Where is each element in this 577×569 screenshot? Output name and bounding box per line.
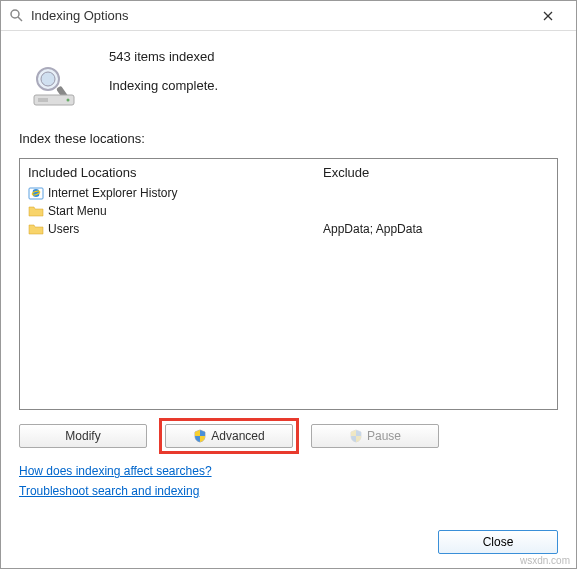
location-label: Internet Explorer History xyxy=(48,186,177,200)
titlebar: Indexing Options xyxy=(1,1,576,31)
svg-point-0 xyxy=(11,10,19,18)
svg-point-5 xyxy=(41,72,55,86)
indexing-complete-label: Indexing complete. xyxy=(109,78,218,93)
svg-point-9 xyxy=(67,99,70,102)
list-item[interactable]: Internet Explorer History xyxy=(28,184,307,202)
troubleshoot-link[interactable]: Troubleshoot search and indexing xyxy=(19,484,558,498)
exclude-column: Exclude AppData; AppData xyxy=(315,159,557,409)
shield-icon xyxy=(349,429,363,443)
ie-icon xyxy=(28,186,44,200)
close-window-button[interactable] xyxy=(528,2,568,30)
indexing-icon xyxy=(9,8,25,24)
items-indexed-label: 543 items indexed xyxy=(109,49,218,64)
modify-button[interactable]: Modify xyxy=(19,424,147,448)
folder-icon xyxy=(28,222,44,236)
list-item[interactable]: Users xyxy=(28,220,307,238)
folder-icon xyxy=(28,204,44,218)
dialog-footer: Close xyxy=(438,530,558,554)
svg-rect-8 xyxy=(38,98,48,102)
status-row: 543 items indexed Indexing complete. xyxy=(19,49,558,109)
button-row: Modify Advanced xyxy=(19,418,558,454)
list-item[interactable]: Start Menu xyxy=(28,202,307,220)
exclude-header: Exclude xyxy=(323,165,549,180)
svg-line-1 xyxy=(18,17,22,21)
shield-icon xyxy=(193,429,207,443)
indexing-options-dialog: Indexing Options 543 items index xyxy=(0,0,577,569)
included-column: Included Locations Internet Explorer His… xyxy=(20,159,315,409)
index-locations-label: Index these locations: xyxy=(19,131,558,146)
included-header: Included Locations xyxy=(28,165,307,180)
close-button[interactable]: Close xyxy=(438,530,558,554)
location-label: Users xyxy=(48,222,79,236)
dialog-content: 543 items indexed Indexing complete. Ind… xyxy=(1,31,576,514)
window-title: Indexing Options xyxy=(31,8,528,23)
how-indexing-affects-link[interactable]: How does indexing affect searches? xyxy=(19,464,558,478)
advanced-button[interactable]: Advanced xyxy=(165,424,293,448)
help-links: How does indexing affect searches? Troub… xyxy=(19,464,558,498)
advanced-highlight: Advanced xyxy=(159,418,299,454)
exclude-value: AppData; AppData xyxy=(323,220,549,238)
status-text: 543 items indexed Indexing complete. xyxy=(109,49,218,107)
magnifier-drive-icon xyxy=(25,65,85,109)
pause-button: Pause xyxy=(311,424,439,448)
locations-listbox[interactable]: Included Locations Internet Explorer His… xyxy=(19,158,558,410)
location-label: Start Menu xyxy=(48,204,107,218)
watermark: wsxdn.com xyxy=(520,555,570,566)
